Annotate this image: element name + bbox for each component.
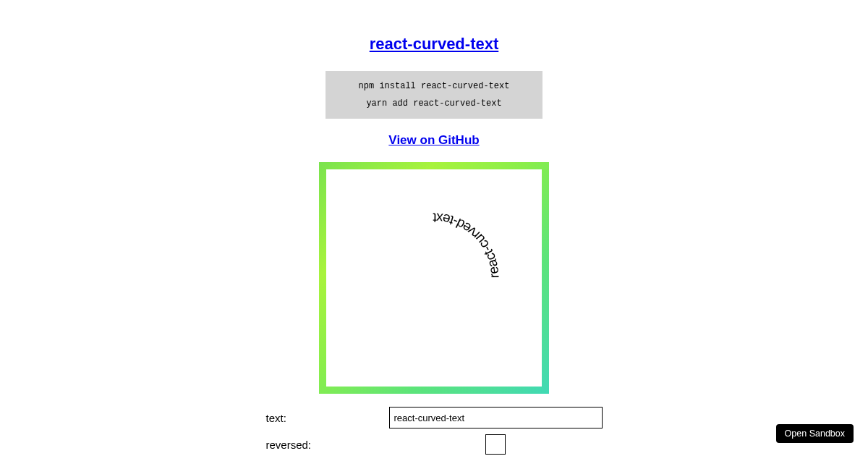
- demo-inner: react-curved-text: [326, 169, 542, 387]
- curved-text: react-curved-text: [433, 211, 502, 279]
- github-link[interactable]: View on GitHub: [388, 133, 479, 148]
- text-input[interactable]: [389, 407, 603, 428]
- yarn-install-line: yarn add react-curved-text: [366, 98, 501, 109]
- install-code-block: npm install react-curved-text yarn add r…: [326, 71, 542, 119]
- title-link[interactable]: react-curved-text: [370, 35, 499, 54]
- reversed-label: reversed:: [266, 439, 389, 451]
- text-row: text:: [266, 407, 603, 428]
- reversed-row: reversed:: [266, 434, 603, 455]
- open-sandbox-button[interactable]: Open Sandbox: [776, 424, 854, 443]
- curved-text-svg: react-curved-text: [326, 169, 542, 387]
- reversed-checkbox[interactable]: [485, 434, 506, 455]
- npm-install-line: npm install react-curved-text: [359, 81, 510, 91]
- text-label: text:: [266, 412, 389, 424]
- demo-box: react-curved-text: [319, 162, 549, 394]
